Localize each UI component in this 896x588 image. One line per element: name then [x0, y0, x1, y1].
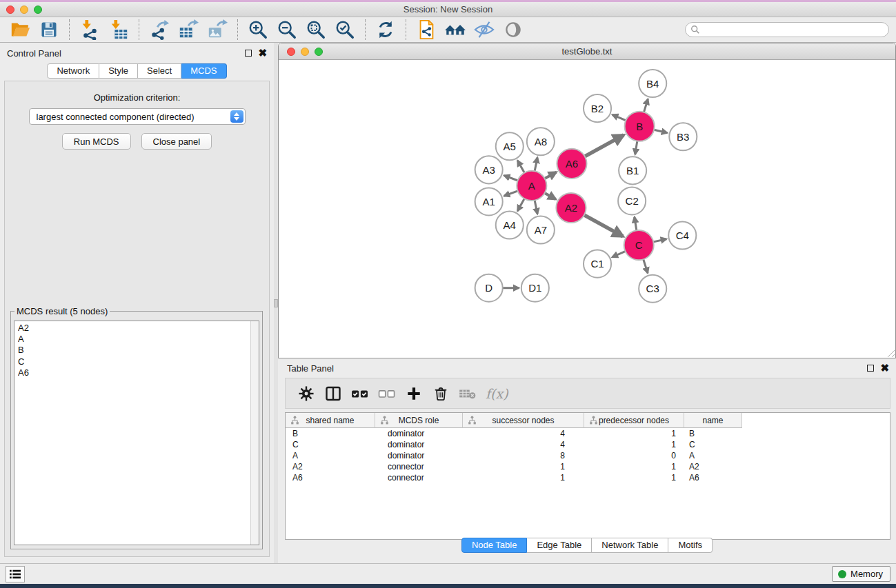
table-row[interactable]: A2connector11A2: [286, 461, 890, 472]
mcds-result-item[interactable]: C: [18, 356, 249, 367]
columns-icon[interactable]: [324, 385, 342, 403]
table-cell[interactable]: 1: [463, 462, 584, 472]
import-table-icon[interactable]: [106, 19, 131, 41]
close-panel-button[interactable]: Close panel: [141, 133, 212, 150]
node-B[interactable]: B: [625, 112, 655, 141]
edge-B-B3[interactable]: [653, 130, 667, 133]
table-cell[interactable]: 1: [584, 462, 684, 472]
tab-select[interactable]: Select: [138, 63, 181, 79]
zoom-in-icon[interactable]: [246, 19, 270, 41]
select-all-icon[interactable]: [351, 385, 369, 403]
node-D[interactable]: D: [475, 274, 503, 302]
column-header-MCDS-role[interactable]: MCDS role: [375, 413, 463, 428]
table-row[interactable]: Cdominator41C: [286, 439, 890, 450]
node-C3[interactable]: C3: [639, 275, 666, 303]
column-header-name[interactable]: name: [684, 413, 742, 428]
mcds-result-item[interactable]: A: [18, 334, 249, 345]
network-file-icon[interactable]: [414, 19, 439, 41]
save-session-icon[interactable]: [37, 19, 61, 41]
table-cell[interactable]: connector: [375, 473, 463, 483]
edge-C-C3[interactable]: [643, 258, 648, 273]
table-cell[interactable]: B: [684, 429, 742, 438]
table-cell[interactable]: 8: [463, 451, 584, 460]
edge-A-A8[interactable]: [535, 157, 537, 172]
tab-style[interactable]: Style: [99, 63, 138, 79]
gear-icon[interactable]: [297, 385, 315, 403]
edge-C-C4[interactable]: [653, 239, 666, 242]
node-A2[interactable]: A2: [556, 193, 586, 223]
table-cell[interactable]: A: [286, 451, 375, 460]
table-cell[interactable]: 1: [584, 440, 684, 449]
node-A5[interactable]: A5: [496, 132, 524, 160]
edge-A-A1[interactable]: [504, 191, 519, 196]
column-header-shared-name[interactable]: shared name: [286, 413, 375, 428]
export-table-icon[interactable]: [176, 19, 201, 41]
table-cell[interactable]: A2: [684, 462, 742, 472]
network-canvas[interactable]: B4B2BB3A8A5A6B1A3AA1C2A2A4A7C4CC1C3DD1: [279, 60, 895, 358]
tab-mcds[interactable]: MCDS: [181, 63, 226, 79]
edge-B-B1[interactable]: [635, 141, 637, 155]
edge-A-A5[interactable]: [517, 161, 524, 174]
export-image-icon[interactable]: [205, 19, 230, 41]
trash-icon[interactable]: [432, 385, 450, 403]
node-A6[interactable]: A6: [557, 149, 586, 179]
node-B4[interactable]: B4: [639, 70, 666, 97]
table-cell[interactable]: dominator: [375, 429, 463, 438]
table-cell[interactable]: A6: [286, 473, 375, 483]
table-cell[interactable]: 4: [463, 440, 584, 449]
edge-A-A4[interactable]: [517, 198, 524, 211]
float-table-panel-icon[interactable]: [867, 365, 874, 372]
float-panel-icon[interactable]: [245, 50, 252, 57]
edge-B-B4[interactable]: [644, 99, 648, 113]
node-A4[interactable]: A4: [496, 211, 524, 239]
node-A[interactable]: A: [517, 171, 546, 201]
table-cell[interactable]: connector: [375, 462, 463, 472]
table-cell[interactable]: C: [286, 440, 375, 449]
mcds-result-item[interactable]: A2: [18, 323, 249, 334]
close-window-button[interactable]: [6, 6, 14, 14]
table-row[interactable]: Bdominator41B: [286, 428, 890, 439]
node-C4[interactable]: C4: [668, 222, 696, 250]
zoom-network-button[interactable]: [315, 48, 323, 56]
table-cell[interactable]: A6: [684, 473, 742, 483]
edge-A-A3[interactable]: [504, 176, 519, 181]
table-cell[interactable]: C: [684, 440, 742, 449]
node-B1[interactable]: B1: [619, 156, 646, 184]
table-cell[interactable]: dominator: [375, 440, 463, 449]
edge-A2-C[interactable]: [584, 214, 623, 236]
tab-node-table[interactable]: Node Table: [461, 538, 528, 553]
criterion-dropdown[interactable]: largest connected component (directed): [29, 108, 246, 125]
memory-button[interactable]: Memory: [832, 566, 890, 582]
zoom-selected-icon[interactable]: [332, 19, 357, 41]
table-row[interactable]: A6connector11A6: [286, 472, 890, 483]
table-cell[interactable]: 0: [584, 451, 684, 460]
node-C[interactable]: C: [624, 230, 654, 260]
table-cell[interactable]: 4: [463, 429, 584, 438]
delete-table-icon[interactable]: [459, 385, 477, 403]
node-A3[interactable]: A3: [475, 156, 503, 183]
run-mcds-button[interactable]: Run MCDS: [62, 133, 131, 150]
node-B2[interactable]: B2: [584, 94, 611, 122]
table-cell[interactable]: dominator: [375, 451, 463, 460]
close-panel-icon[interactable]: ✖: [258, 50, 267, 57]
zoom-fit-icon[interactable]: [303, 19, 328, 41]
node-A8[interactable]: A8: [527, 128, 555, 155]
edge-C-C2[interactable]: [635, 217, 637, 232]
table-cell[interactable]: 1: [584, 429, 684, 438]
eye-icon[interactable]: [501, 19, 526, 41]
search-input[interactable]: [700, 23, 888, 36]
tab-edge-table[interactable]: Edge Table: [527, 538, 592, 553]
zoom-window-button[interactable]: [34, 6, 42, 14]
import-network-icon[interactable]: [77, 19, 102, 41]
column-header-successor-nodes[interactable]: successor nodes: [463, 413, 584, 428]
search-field[interactable]: [685, 22, 889, 37]
edge-A6-B[interactable]: [584, 135, 624, 157]
edge-B-B2[interactable]: [613, 114, 627, 121]
mcds-result-item[interactable]: A6: [18, 367, 249, 378]
mcds-result-item[interactable]: B: [18, 345, 249, 356]
scrollbar[interactable]: [250, 321, 259, 545]
node-C2[interactable]: C2: [618, 187, 646, 214]
divider-handle-icon[interactable]: [274, 299, 278, 307]
edge-A-A6[interactable]: [544, 172, 557, 179]
table-cell[interactable]: 1: [584, 473, 684, 483]
